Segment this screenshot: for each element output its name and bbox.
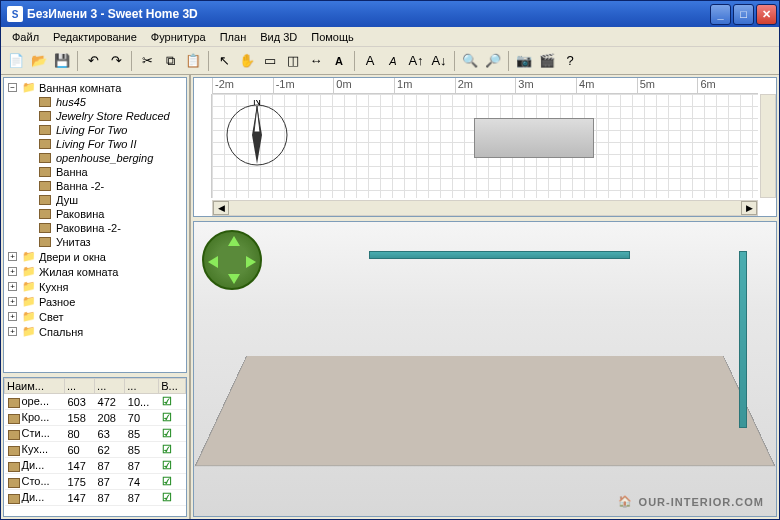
expand-icon[interactable]: + — [8, 252, 17, 261]
watermark: 🏠 OUR-INTERIOR.COM — [618, 495, 764, 508]
table-row[interactable]: Кро...15820870☑ — [5, 410, 186, 426]
dimension-icon[interactable]: ↔ — [305, 50, 327, 72]
camera-icon[interactable]: 📷 — [513, 50, 535, 72]
tree-item[interactable]: Living For Two II — [6, 137, 184, 151]
menu-furniture[interactable]: Фурнитура — [144, 29, 213, 45]
text-icon[interactable]: A — [328, 50, 350, 72]
checkbox-checked-icon[interactable]: ☑ — [162, 491, 172, 503]
table-row[interactable]: Сто...1758774☑ — [5, 474, 186, 490]
tree-item[interactable]: Унитаз — [6, 235, 184, 249]
furniture-icon — [39, 237, 51, 247]
copy-icon[interactable]: ⧉ — [159, 50, 181, 72]
nav-right-icon[interactable] — [246, 256, 256, 268]
zoom-out-icon[interactable]: 🔎 — [482, 50, 504, 72]
pointer-icon[interactable]: ↖ — [213, 50, 235, 72]
plan-view[interactable]: -2m-1m0m1m2m3m4m5m6m N ◀ ▶ — [193, 77, 777, 217]
menu-3dview[interactable]: Вид 3D — [253, 29, 304, 45]
expand-icon[interactable]: + — [8, 312, 17, 321]
undo-icon[interactable]: ↶ — [82, 50, 104, 72]
tree-category[interactable]: +📁Разное — [6, 294, 184, 309]
wall-icon[interactable]: ▭ — [259, 50, 281, 72]
app-icon: S — [7, 6, 23, 22]
checkbox-checked-icon[interactable]: ☑ — [162, 411, 172, 423]
tree-category[interactable]: +📁Кухня — [6, 279, 184, 294]
table-row[interactable]: Кух...606285☑ — [5, 442, 186, 458]
tree-category[interactable]: +📁Свет — [6, 309, 184, 324]
nav-down-icon[interactable] — [228, 274, 240, 284]
save-icon[interactable]: 💾 — [51, 50, 73, 72]
tree-item[interactable]: Раковина -2- — [6, 221, 184, 235]
tree-item[interactable]: Ванна -2- — [6, 179, 184, 193]
maximize-button[interactable]: □ — [733, 4, 754, 25]
ruler-horizontal: -2m-1m0m1m2m3m4m5m6m — [212, 78, 758, 94]
table-header[interactable]: Наим... — [5, 379, 65, 394]
scroll-left-icon[interactable]: ◀ — [213, 201, 229, 215]
collapse-icon[interactable]: − — [8, 83, 17, 92]
plan-scrollbar-h[interactable]: ◀ ▶ — [212, 200, 758, 216]
expand-icon[interactable]: + — [8, 297, 17, 306]
tree-item[interactable]: Jewelry Store Reduced — [6, 109, 184, 123]
table-header[interactable]: ... — [95, 379, 125, 394]
plan-model[interactable] — [474, 118, 594, 158]
furniture-icon — [39, 195, 51, 205]
close-button[interactable]: ✕ — [756, 4, 777, 25]
font-bold-icon[interactable]: A — [359, 50, 381, 72]
toolbar: 📄 📂 💾 ↶ ↷ ✂ ⧉ 📋 ↖ ✋ ▭ ◫ ↔ A A A A↑ A↓ 🔍 … — [1, 47, 779, 75]
checkbox-checked-icon[interactable]: ☑ — [162, 395, 172, 407]
tree-item[interactable]: Раковина — [6, 207, 184, 221]
table-row[interactable]: Сти...806385☑ — [5, 426, 186, 442]
tree-category[interactable]: +📁Жилая комната — [6, 264, 184, 279]
new-file-icon[interactable]: 📄 — [5, 50, 27, 72]
tree-root[interactable]: − 📁 Ванная комната — [6, 80, 184, 95]
open-icon[interactable]: 📂 — [28, 50, 50, 72]
font-italic-icon[interactable]: A — [382, 50, 404, 72]
tree-item-label: Ванна — [56, 166, 88, 178]
room-icon[interactable]: ◫ — [282, 50, 304, 72]
menu-help[interactable]: Помощь — [304, 29, 361, 45]
catalog-tree[interactable]: − 📁 Ванная комната hus45Jewelry Store Re… — [3, 77, 187, 373]
font-size-up-icon[interactable]: A↑ — [405, 50, 427, 72]
tree-category[interactable]: +📁Двери и окна — [6, 249, 184, 264]
tree-item[interactable]: Душ — [6, 193, 184, 207]
furniture-table[interactable]: Наим............В... оре...60347210...☑К… — [3, 377, 187, 517]
menu-file[interactable]: Файл — [5, 29, 46, 45]
table-row[interactable]: оре...60347210...☑ — [5, 394, 186, 410]
checkbox-checked-icon[interactable]: ☑ — [162, 475, 172, 487]
help-icon[interactable]: ? — [559, 50, 581, 72]
export-icon[interactable]: 🎬 — [536, 50, 558, 72]
nav-up-icon[interactable] — [228, 236, 240, 246]
checkbox-checked-icon[interactable]: ☑ — [162, 427, 172, 439]
table-header[interactable]: В... — [159, 379, 186, 394]
checkbox-checked-icon[interactable]: ☑ — [162, 459, 172, 471]
ruler-mark: 0m — [333, 78, 394, 93]
expand-icon[interactable]: + — [8, 327, 17, 336]
tree-item[interactable]: openhouse_berging — [6, 151, 184, 165]
table-row[interactable]: Ди...1478787☑ — [5, 458, 186, 474]
expand-icon[interactable]: + — [8, 282, 17, 291]
3d-scene[interactable] — [194, 222, 776, 516]
menu-plan[interactable]: План — [213, 29, 254, 45]
hand-icon[interactable]: ✋ — [236, 50, 258, 72]
zoom-in-icon[interactable]: 🔍 — [459, 50, 481, 72]
menu-edit[interactable]: Редактирование — [46, 29, 144, 45]
3d-view[interactable]: 🏠 OUR-INTERIOR.COM — [193, 221, 777, 517]
table-row[interactable]: Ди...1478787☑ — [5, 490, 186, 506]
redo-icon[interactable]: ↷ — [105, 50, 127, 72]
tree-category[interactable]: +📁Спальня — [6, 324, 184, 339]
tree-item[interactable]: hus45 — [6, 95, 184, 109]
checkbox-checked-icon[interactable]: ☑ — [162, 443, 172, 455]
nav-left-icon[interactable] — [208, 256, 218, 268]
minimize-button[interactable]: _ — [710, 4, 731, 25]
table-header[interactable]: ... — [64, 379, 94, 394]
paste-icon[interactable]: 📋 — [182, 50, 204, 72]
table-header[interactable]: ... — [125, 379, 159, 394]
tree-item[interactable]: Living For Two — [6, 123, 184, 137]
3d-nav-pad[interactable] — [202, 230, 262, 290]
tree-category-label: Жилая комната — [39, 266, 118, 278]
cut-icon[interactable]: ✂ — [136, 50, 158, 72]
expand-icon[interactable]: + — [8, 267, 17, 276]
plan-scrollbar-v[interactable] — [760, 94, 776, 198]
scroll-right-icon[interactable]: ▶ — [741, 201, 757, 215]
tree-item[interactable]: Ванна — [6, 165, 184, 179]
font-size-down-icon[interactable]: A↓ — [428, 50, 450, 72]
